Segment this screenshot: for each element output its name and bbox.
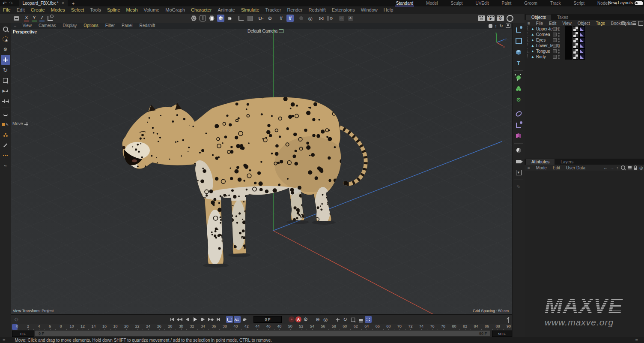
cursor-move-icon[interactable]: ▶ [1, 86, 10, 96]
maximize-view-icon[interactable] [506, 24, 510, 28]
attr-target-icon[interactable]: ◎ [639, 165, 643, 170]
om-menu-file[interactable]: File [533, 21, 546, 26]
timeline-ruler[interactable]: 0246810121416182022242628303234363840424… [11, 324, 512, 330]
texture-tag-icon[interactable] [573, 54, 578, 60]
object-enable-toggle[interactable] [553, 55, 557, 59]
next-frame-button[interactable] [200, 316, 206, 323]
tweak-tool-icon[interactable]: ⚙ [1, 45, 10, 54]
menu-render[interactable]: Render [284, 6, 305, 14]
viewport-menu-display[interactable]: Display [60, 23, 80, 29]
object-row[interactable]: ▲Lower_teeth [525, 43, 644, 48]
coordinate-system-icon[interactable]: U▾ [257, 15, 265, 22]
layout-tab-script[interactable]: Script [573, 0, 586, 6]
tab-objects[interactable]: Objects [526, 15, 551, 20]
layout-tab-sculpt[interactable]: Sculpt [450, 0, 464, 6]
layout-tab-track[interactable]: Track [549, 0, 562, 6]
mirror-icon[interactable]: ⋈ [318, 15, 325, 22]
key-parameter-button[interactable] [357, 316, 364, 323]
menu-volume[interactable]: Volume [141, 6, 163, 14]
dolly-view-icon[interactable]: ↕ [495, 24, 497, 28]
om-menu-object[interactable]: Object [575, 21, 593, 26]
key-scale-button[interactable] [349, 316, 356, 323]
object-visibility-dots[interactable] [558, 33, 560, 37]
status-hamburger-icon[interactable]: ≡ [3, 337, 5, 343]
object-visibility-dots[interactable] [558, 55, 560, 59]
tab-layers[interactable]: Layers [555, 159, 578, 165]
om-menu-tags[interactable]: Tags [593, 21, 608, 26]
spline-points-icon[interactable] [1, 130, 10, 140]
viewport-menu-options[interactable]: Options [80, 23, 101, 29]
spline-arc-icon[interactable]: ~ [1, 161, 10, 171]
menu-character[interactable]: Character [188, 6, 215, 14]
texture-tag-icon[interactable] [573, 32, 578, 37]
phong-tag-icon[interactable] [579, 48, 585, 54]
prev-frame-button[interactable] [184, 316, 191, 323]
render-view-icon[interactable] [190, 15, 197, 22]
menu-extensions[interactable]: Extensions [329, 6, 358, 14]
add-pen-object-icon[interactable] [226, 15, 233, 22]
axis-corner-icon[interactable] [237, 15, 244, 22]
sketch-tool-icon[interactable] [1, 140, 10, 150]
render-picture-viewer-icon[interactable]: ▶ [487, 15, 495, 22]
attr-filter-icon[interactable] [628, 166, 632, 167]
tree-branch[interactable] [527, 32, 530, 36]
spline-pen-icon[interactable] [1, 109, 10, 119]
object-name[interactable]: Body [536, 54, 546, 59]
redo-icon[interactable]: ↷ [9, 0, 13, 6]
object-visibility-dots[interactable] [558, 27, 560, 31]
range-start-field[interactable]: 0 F [12, 331, 34, 337]
key-pla-button[interactable] [365, 316, 372, 323]
deformer-gear-icon[interactable]: ⚙ [513, 94, 524, 105]
camera-object-icon[interactable] [513, 156, 524, 167]
menu-create[interactable]: Create [28, 6, 48, 14]
object-visibility-dots[interactable] [558, 44, 560, 48]
array-generator-icon[interactable] [513, 83, 524, 94]
phong-tag-icon[interactable] [579, 43, 585, 48]
scale-tool-icon[interactable] [1, 75, 10, 85]
menu-animate[interactable]: Animate [215, 6, 238, 14]
key-rotation-button[interactable]: ↻ [342, 316, 349, 323]
viewport-menu-icon[interactable]: ≡ [11, 23, 19, 28]
attr-menu-userdata[interactable]: User Data [563, 165, 588, 170]
menu-mesh[interactable]: Mesh [123, 6, 141, 14]
object-visibility-dots[interactable] [558, 38, 560, 42]
viewport-search-icon[interactable] [1, 24, 10, 34]
phong-tag-icon[interactable] [579, 26, 585, 32]
tree-branch[interactable] [527, 37, 530, 42]
axis-y-lock-button[interactable]: Y [31, 15, 38, 21]
keyframe-diamond-icon[interactable]: ◇ [15, 316, 18, 322]
spline-smooth-icon[interactable] [1, 150, 10, 160]
menu-help[interactable]: Help [381, 6, 397, 14]
axis-x-lock-button[interactable]: X [23, 15, 30, 21]
volume-object-icon[interactable] [513, 131, 524, 141]
keying-settings-icon[interactable]: ⚙ [302, 316, 309, 323]
menu-redshift[interactable]: Redshift [305, 6, 328, 14]
null-object-icon[interactable] [513, 24, 524, 35]
object-enable-toggle[interactable] [553, 44, 557, 48]
new-layouts-label[interactable]: New Layouts [608, 0, 633, 5]
camera-link-icon[interactable] [279, 29, 283, 33]
interactive-render-icon[interactable] [506, 15, 513, 22]
viewport-menu-panel[interactable]: Panel [118, 23, 136, 29]
gear-dropdown-icon[interactable]: ⚙ [266, 15, 274, 22]
object-visibility-dots[interactable] [558, 49, 560, 54]
phong-tag-icon[interactable] [579, 54, 585, 60]
status-right-hamburger-icon[interactable]: ≡ [635, 337, 638, 343]
om-hamburger-icon[interactable]: ≡ [525, 21, 533, 26]
current-frame-field[interactable]: 0 F [253, 316, 282, 323]
disabled-circle-icon[interactable] [298, 15, 305, 22]
object-enable-toggle[interactable] [553, 33, 557, 36]
plane-icon[interactable] [246, 15, 253, 22]
timeline-popout-icon[interactable] [508, 317, 509, 322]
cube-object-icon[interactable] [513, 47, 524, 57]
texture-tag-icon[interactable] [573, 43, 578, 48]
key-target-circle-icon[interactable]: ◎ [322, 316, 329, 323]
field-axis-icon[interactable] [513, 120, 524, 130]
texture-tag-icon[interactable] [573, 37, 578, 43]
quantize-icon[interactable]: ○ [338, 15, 345, 22]
layout-tab-standard[interactable]: Standard [395, 0, 414, 6]
snap-grid-icon[interactable]: # [286, 15, 294, 22]
object-row[interactable]: ▲Upper-teeth [525, 26, 644, 32]
object-enable-toggle[interactable] [553, 49, 557, 53]
workplane-icon[interactable] [46, 15, 54, 22]
